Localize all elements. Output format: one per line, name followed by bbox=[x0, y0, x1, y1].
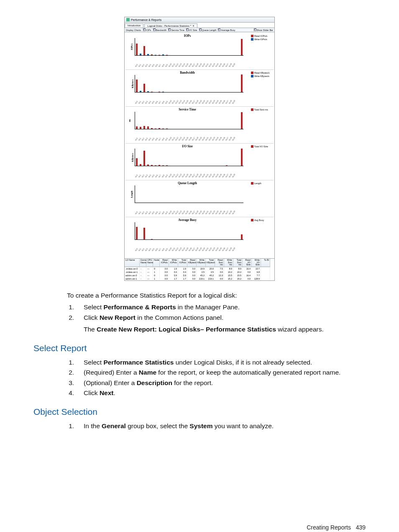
intro-line: To create a Performance Statistics Repor… bbox=[33, 291, 366, 300]
table-cell: — bbox=[146, 267, 153, 270]
x-axis-labels: ld.0ld.1ld.2ld.3ld.4ld.5ld.6ld.7ld.8ld.9… bbox=[135, 129, 243, 141]
x-tick-label: ld.1 bbox=[138, 174, 141, 178]
table-cell: 128.9 bbox=[252, 277, 261, 280]
table-header-cell[interactable]: Read IOPs/s bbox=[160, 259, 169, 267]
x-tick-label: ld.5 bbox=[151, 137, 155, 141]
opt-iops[interactable]: IOPs bbox=[143, 28, 151, 31]
chart-plot bbox=[135, 222, 243, 240]
window-title: Performance & Reports bbox=[131, 18, 161, 21]
bar bbox=[147, 54, 149, 55]
table-cell: 5.9 bbox=[169, 274, 178, 277]
table-header-cell[interactable]: Node bbox=[153, 259, 160, 267]
table-cell: 0.0 bbox=[243, 277, 252, 280]
step-2: Click New Report in the Common Actions p… bbox=[79, 313, 366, 322]
table-header-cell[interactable]: Read Svct ms bbox=[215, 259, 224, 267]
legend-item: Avg Busy bbox=[251, 219, 273, 221]
bar bbox=[136, 80, 138, 92]
tab-logical-disks-perf[interactable]: Logical Disks - Performance Statistics *… bbox=[144, 23, 197, 28]
bar bbox=[241, 75, 243, 92]
opt-queue-length[interactable]: Queue Length bbox=[199, 28, 217, 31]
chart-title: IOPs bbox=[127, 34, 248, 38]
bar bbox=[241, 39, 243, 55]
table-cell: 15.5 bbox=[224, 274, 233, 277]
object-selection-steps: In the General group box, select the Sys… bbox=[33, 421, 366, 431]
bar bbox=[162, 129, 164, 129]
table-row[interactable]: admin.usr.0-—00.05.95.90.045.245.212.315… bbox=[125, 274, 274, 277]
x-tick-label: ld.3 bbox=[145, 100, 148, 104]
x-tick-label: ld.1 bbox=[138, 211, 141, 215]
opt-bandwidth[interactable]: Bandwidth bbox=[153, 28, 167, 31]
table-header-cell[interactable]: Write Svct ms bbox=[224, 259, 233, 267]
table-header-cell[interactable]: Write KBytes/s bbox=[197, 259, 206, 267]
table-row[interactable]: .srdata.usr.1-—10.00.40.40.02.52.50.010.… bbox=[125, 270, 274, 274]
chart-service-time: Service Time ms ld.0ld.1ld.2ld.3ld.4ld.5… bbox=[125, 107, 274, 144]
x-tick-label: ld.9 bbox=[165, 248, 168, 252]
opt-io-size[interactable]: I/O Size bbox=[186, 28, 197, 31]
table-header-cell[interactable]: Write IOPs/s bbox=[169, 259, 178, 267]
table-cell: — bbox=[146, 274, 153, 277]
table-cell: 16.4 bbox=[243, 274, 252, 277]
document-body: To create a Performance Statistics Repor… bbox=[33, 291, 366, 532]
chart-legend: Total I/O Size bbox=[249, 144, 274, 179]
x-tick-label: ld.4 bbox=[148, 100, 151, 104]
x-tick-label: ld.9 bbox=[165, 64, 168, 67]
table-cell: 0.0 bbox=[215, 277, 224, 280]
table-header-cell[interactable]: LD Name bbox=[125, 259, 140, 267]
x-tick-label: ld.8 bbox=[161, 64, 165, 67]
x-tick-label: ld.5 bbox=[151, 64, 155, 67]
table-cell: 219.1 bbox=[197, 277, 206, 280]
table-row[interactable]: .srdata.usr.0-—00.01.91.90.019.920.07.58… bbox=[125, 267, 274, 270]
table-header-cell[interactable]: Domain Name bbox=[140, 259, 146, 267]
y-axis-label: ms bbox=[128, 119, 131, 122]
checkbox-icon bbox=[254, 28, 256, 31]
checkbox-icon bbox=[218, 28, 220, 31]
table-header-cell[interactable]: Total KBytes/s bbox=[206, 259, 215, 267]
bar bbox=[143, 228, 145, 239]
table-header-cell[interactable]: Read I/O Size bbox=[243, 259, 252, 267]
opt-slider-bar[interactable]: Show Slider Bar bbox=[254, 28, 273, 31]
table-cell bbox=[261, 274, 270, 277]
window-icon bbox=[126, 18, 130, 21]
x-tick-label: ld.6 bbox=[155, 64, 158, 67]
table-cell: 1.7 bbox=[178, 277, 187, 280]
bar bbox=[140, 164, 141, 166]
optbar-leading: Display Charts: bbox=[126, 29, 141, 31]
x-tick-label: ld.7 bbox=[158, 248, 161, 252]
table-header-cell[interactable]: Total IOPs/s bbox=[178, 259, 187, 267]
table-cell: 16.4 bbox=[243, 267, 252, 270]
legend-swatch-icon bbox=[251, 219, 253, 221]
table-cell: 20.0 bbox=[206, 267, 215, 270]
x-tick-label: ld.5 bbox=[151, 100, 155, 104]
table-cell: 12.3 bbox=[215, 274, 224, 277]
footer-label: Creating Reports bbox=[307, 524, 351, 531]
table-cell: 0.4 bbox=[178, 270, 187, 274]
x-tick-label: ld.2 bbox=[141, 174, 145, 178]
table-header-cell[interactable]: Total Svct ms bbox=[233, 259, 243, 267]
table-cell: 0.0 bbox=[160, 267, 169, 270]
legend-swatch-icon bbox=[251, 108, 253, 111]
table-cell bbox=[261, 270, 270, 274]
x-tick-label: ld.4 bbox=[148, 64, 151, 67]
table-header-cell[interactable]: CPG Name bbox=[146, 259, 153, 267]
close-icon[interactable]: ✕ bbox=[192, 25, 194, 27]
bar bbox=[151, 165, 153, 166]
bar bbox=[151, 128, 153, 129]
table-cell: 0 bbox=[153, 274, 160, 277]
legend-swatch-icon bbox=[251, 38, 253, 41]
x-tick-label: ld.9 bbox=[165, 174, 168, 178]
table-header-cell[interactable]: Read KBytes/s bbox=[187, 259, 197, 267]
bar bbox=[143, 46, 145, 55]
tab-introduction[interactable]: Introduction bbox=[125, 23, 143, 28]
opt-avg-busy[interactable]: Average Busy bbox=[218, 28, 235, 31]
table-row[interactable]: admin.usr.1-—10.01.71.70.0219.1219.10.01… bbox=[125, 277, 274, 280]
table-header-cell[interactable]: Write I/O Size bbox=[252, 259, 261, 267]
x-axis-labels: ld.0ld.1ld.2ld.3ld.4ld.5ld.6ld.7ld.8ld.9… bbox=[135, 203, 243, 215]
x-tick-label: ld.3 bbox=[145, 64, 148, 67]
table-header-cell[interactable]: To Bi bbox=[261, 259, 270, 267]
opt-service-time[interactable]: Service Time bbox=[168, 28, 184, 31]
bar bbox=[159, 55, 160, 55]
table-header-row: LD NameDomain NameCPG NameNodeRead IOPs/… bbox=[125, 259, 274, 267]
x-tick-label: ld.4 bbox=[148, 248, 151, 252]
legend-item: Write IOPs/s bbox=[251, 38, 273, 41]
x-tick-label: ld.6 bbox=[155, 248, 158, 252]
